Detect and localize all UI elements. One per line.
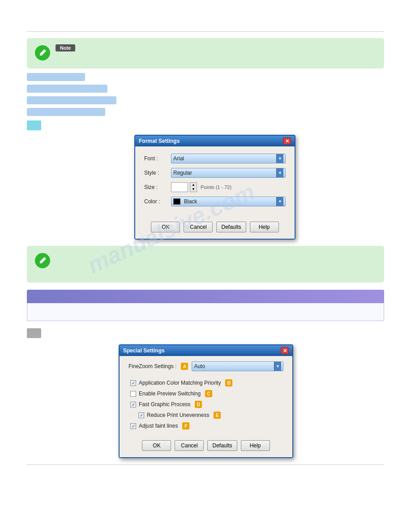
app-color-badge: B bbox=[225, 379, 232, 386]
pencil-icon bbox=[38, 48, 47, 57]
note-box-1: Note bbox=[27, 38, 384, 69]
font-row: Font : Arial ▼ bbox=[144, 154, 286, 163]
font-select[interactable]: Arial ▼ bbox=[171, 154, 286, 163]
note-box-2 bbox=[27, 246, 384, 283]
bottom-divider bbox=[27, 464, 384, 465]
blue-bar-1[interactable] bbox=[27, 73, 85, 81]
format-dialog-titlebar: Format Settings ✕ bbox=[135, 136, 295, 146]
format-dialog-title: Format Settings bbox=[139, 138, 180, 144]
special-help-button[interactable]: Help bbox=[241, 440, 270, 451]
adjust-row: Adjust faint lines F bbox=[128, 422, 283, 429]
adjust-checkbox[interactable] bbox=[130, 423, 136, 429]
style-dropdown-arrow[interactable]: ▼ bbox=[276, 168, 283, 177]
special-defaults-button[interactable]: Defaults bbox=[207, 440, 237, 451]
size-input-group: 11 ▲ ▼ Points (1 - 72) bbox=[171, 182, 231, 192]
fast-graphic-row: Fast Graphic Process D bbox=[128, 401, 283, 408]
note-text-block-1: Note bbox=[56, 44, 376, 62]
special-ok-button[interactable]: OK bbox=[142, 440, 171, 451]
reduce-label: Reduce Print Unevenness bbox=[147, 412, 209, 418]
note-icon-2 bbox=[35, 253, 50, 268]
finezoom-label: FineZoom Settings : bbox=[128, 363, 176, 369]
reduce-row: Reduce Print Unevenness E bbox=[128, 412, 283, 419]
format-dialog-close-button[interactable]: ✕ bbox=[283, 137, 291, 145]
section-header bbox=[27, 290, 384, 303]
adjust-badge: F bbox=[182, 422, 189, 429]
preview-row: Enable Preview Switching C bbox=[128, 390, 283, 397]
format-dialog-footer: OK Cancel Defaults Help bbox=[135, 218, 295, 239]
special-settings-dialog: Special Settings ✕ FineZoom Settings : A… bbox=[119, 344, 293, 458]
note-text-block-2 bbox=[56, 252, 376, 276]
size-hint: Points (1 - 72) bbox=[201, 184, 231, 190]
note-label-1: Note bbox=[56, 44, 75, 51]
color-label: Color : bbox=[144, 198, 171, 205]
preview-checkbox[interactable] bbox=[130, 391, 136, 397]
special-dialog-footer: OK Cancel Defaults Help bbox=[120, 437, 292, 457]
color-select[interactable]: Black ▼ bbox=[171, 197, 286, 206]
blue-bar-3[interactable] bbox=[27, 96, 116, 104]
preview-badge: C bbox=[205, 390, 212, 397]
section-body bbox=[27, 303, 384, 321]
format-defaults-button[interactable]: Defaults bbox=[216, 222, 246, 232]
format-settings-dialog: Format Settings ✕ Font : Arial ▼ Style :… bbox=[134, 135, 295, 240]
format-help-button[interactable]: Help bbox=[250, 222, 279, 232]
format-dialog-container: Format Settings ✕ Font : Arial ▼ Style :… bbox=[134, 135, 295, 240]
format-cancel-button[interactable]: Cancel bbox=[184, 222, 213, 232]
style-row: Style : Regular ▼ bbox=[144, 168, 286, 178]
app-color-checkbox[interactable] bbox=[130, 380, 136, 386]
reduce-badge: E bbox=[214, 412, 221, 419]
style-value: Regular bbox=[173, 170, 192, 176]
color-dropdown-arrow[interactable]: ▼ bbox=[276, 197, 283, 206]
app-color-label: Application Color Matching Priority bbox=[139, 380, 221, 386]
fast-graphic-label: Fast Graphic Process bbox=[139, 401, 190, 408]
finezoom-value: Auto bbox=[194, 363, 205, 369]
blue-bar-4[interactable] bbox=[27, 108, 105, 116]
fast-graphic-checkbox[interactable] bbox=[130, 402, 136, 408]
color-value: Black bbox=[184, 198, 197, 205]
size-spinner: ▲ ▼ bbox=[190, 182, 197, 192]
fast-graphic-badge: D bbox=[195, 401, 202, 408]
size-spin-up[interactable]: ▲ bbox=[190, 183, 197, 187]
finezoom-row: FineZoom Settings : A Auto ▼ bbox=[128, 361, 283, 371]
app-color-row: Application Color Matching Priority B bbox=[128, 379, 283, 386]
pencil-icon-2 bbox=[38, 256, 47, 265]
top-divider bbox=[27, 31, 384, 32]
special-dialog-container: Special Settings ✕ FineZoom Settings : A… bbox=[119, 344, 293, 458]
preview-label: Enable Preview Switching bbox=[139, 390, 201, 397]
size-label: Size : bbox=[144, 184, 171, 190]
special-dialog-body: FineZoom Settings : A Auto ▼ Application… bbox=[120, 356, 292, 437]
font-value: Arial bbox=[173, 155, 184, 162]
size-input[interactable]: 11 bbox=[171, 182, 188, 192]
adjust-label: Adjust faint lines bbox=[139, 423, 178, 429]
font-dropdown-arrow[interactable]: ▼ bbox=[276, 154, 283, 163]
blue-bar-2[interactable] bbox=[27, 85, 107, 93]
color-swatch bbox=[173, 198, 180, 205]
color-row: Color : Black ▼ bbox=[144, 197, 286, 206]
font-label: Font : bbox=[144, 155, 171, 162]
finezoom-dropdown-arrow[interactable]: ▼ bbox=[274, 362, 281, 371]
reduce-checkbox[interactable] bbox=[138, 412, 144, 418]
special-dialog-title: Special Settings bbox=[123, 348, 165, 354]
format-dialog-body: Font : Arial ▼ Style : Regular ▼ Size : … bbox=[135, 146, 295, 218]
style-label: Style : bbox=[144, 170, 171, 176]
special-dialog-titlebar: Special Settings ✕ bbox=[120, 345, 292, 356]
note-body-1 bbox=[56, 54, 376, 62]
note-icon-1 bbox=[35, 45, 50, 60]
note-body-2 bbox=[56, 252, 376, 276]
format-ok-button[interactable]: OK bbox=[151, 222, 180, 232]
finezoom-select[interactable]: Auto ▼ bbox=[192, 361, 283, 371]
special-dialog-close-button[interactable]: ✕ bbox=[281, 347, 289, 354]
size-row: Size : 11 ▲ ▼ Points (1 - 72) bbox=[144, 182, 286, 192]
teal-indicator bbox=[27, 120, 41, 130]
gray-indicator bbox=[27, 328, 41, 338]
size-spin-down[interactable]: ▼ bbox=[190, 187, 197, 192]
special-cancel-button[interactable]: Cancel bbox=[175, 440, 204, 451]
style-select[interactable]: Regular ▼ bbox=[171, 168, 286, 178]
finezoom-badge: A bbox=[181, 363, 188, 370]
